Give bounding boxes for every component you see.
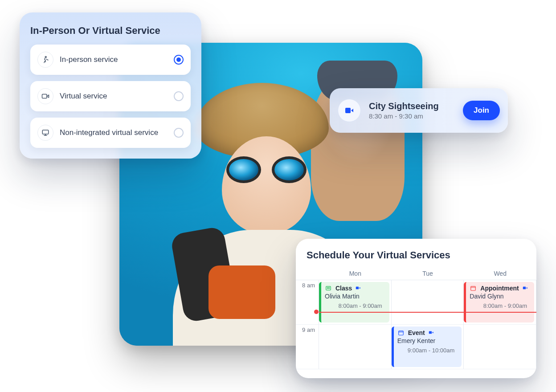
option-label: Non-integrated virtual service: [60, 128, 168, 137]
event-time: 8:00am - 9:00am: [325, 301, 386, 309]
option-label: In-person service: [60, 55, 168, 64]
svg-point-5: [327, 287, 328, 288]
cell-mon-8[interactable]: Class Olivia Martin 8:00am - 9:00am: [319, 280, 392, 325]
event-class[interactable]: Class Olivia Martin 8:00am - 9:00am: [319, 282, 389, 323]
option-nonintegrated[interactable]: Non-integrated virtual service: [30, 118, 191, 148]
event-time: 8:00am - 9:00am: [470, 301, 531, 309]
now-dot: [314, 310, 319, 314]
join-card: City Sightseeing 8:30 am - 9:30 am Join: [330, 88, 508, 133]
event-time: 9:00am - 10:00am: [397, 345, 458, 354]
users-icon: [325, 285, 333, 291]
svg-point-6: [329, 287, 330, 288]
join-text: City Sightseeing 8:30 am - 9:30 am: [369, 101, 439, 120]
option-label: Virtual service: [60, 92, 168, 101]
cell-wed-9[interactable]: [464, 325, 536, 369]
video-icon: [37, 88, 53, 104]
cell-wed-8[interactable]: Appointment David Glynn 8:00am - 9:00am: [464, 280, 536, 325]
svg-rect-7: [356, 287, 359, 290]
schedule-title: Schedule Your Virtual Services: [296, 249, 536, 267]
svg-rect-4: [326, 286, 331, 290]
event-event[interactable]: Event Emery Kenter 9:00am - 10:00am: [392, 327, 462, 367]
join-title: City Sightseeing: [369, 101, 439, 111]
video-icon: [522, 285, 530, 291]
svg-rect-9: [523, 287, 525, 290]
event-type: Event: [408, 329, 425, 336]
svg-point-0: [45, 57, 46, 58]
option-virtual[interactable]: Virtual service: [30, 81, 191, 111]
join-button[interactable]: Join: [463, 101, 500, 120]
event-person: Emery Kenter: [397, 337, 458, 344]
day-tue: Tue: [392, 267, 464, 280]
cell-tue-8[interactable]: [392, 280, 464, 325]
calendar-icon: [470, 285, 478, 291]
time-9am: 9 am: [296, 325, 319, 369]
cell-mon-9[interactable]: [319, 325, 392, 369]
event-type: Appointment: [480, 285, 519, 292]
day-mon: Mon: [319, 267, 392, 280]
video-icon: [355, 285, 363, 291]
option-in-person[interactable]: In-person service: [30, 45, 191, 75]
cell-tue-9[interactable]: Event Emery Kenter 9:00am - 10:00am: [392, 325, 464, 369]
monitor-icon: [37, 125, 53, 141]
svg-rect-3: [345, 108, 351, 113]
service-type-card: In-Person Or Virtual Service In-person s…: [20, 12, 201, 159]
svg-rect-10: [398, 331, 403, 335]
svg-rect-8: [471, 286, 476, 290]
video-icon: [338, 99, 361, 122]
calendar-icon: [397, 330, 405, 336]
calendar: Mon Tue Wed 8 am Class: [296, 267, 536, 369]
video-icon: [428, 330, 436, 336]
radio[interactable]: [174, 128, 184, 138]
day-wed: Wed: [464, 267, 536, 280]
schedule-card: Schedule Your Virtual Services Mon Tue W…: [296, 239, 536, 378]
event-type: Class: [335, 285, 352, 292]
svg-rect-2: [42, 130, 49, 134]
svg-rect-11: [429, 331, 432, 334]
radio-selected[interactable]: [174, 55, 184, 65]
event-person: David Glynn: [470, 293, 531, 300]
join-time: 8:30 am - 9:30 am: [369, 112, 439, 120]
calendar-header: Mon Tue Wed: [296, 267, 536, 280]
calendar-grid: 8 am Class Olivia Martin 8:00am - 9:00am: [296, 280, 536, 369]
now-line: [319, 312, 536, 313]
radio[interactable]: [174, 91, 184, 101]
time-8am: 8 am: [296, 280, 319, 325]
walk-icon: [37, 52, 53, 68]
event-appointment[interactable]: Appointment David Glynn 8:00am - 9:00am: [464, 282, 534, 323]
service-type-title: In-Person Or Virtual Service: [30, 25, 191, 37]
svg-rect-1: [42, 94, 47, 98]
event-person: Olivia Martin: [325, 293, 386, 300]
